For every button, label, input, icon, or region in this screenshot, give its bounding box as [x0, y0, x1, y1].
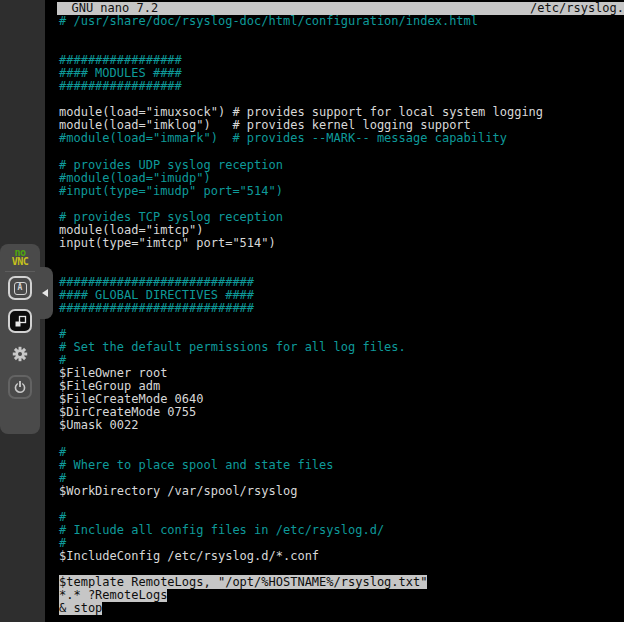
terminal-line: $IncludeConfig /etc/rsyslog.d/*.conf	[57, 550, 624, 563]
nano-titlebar: GNU nano 7.2 /etc/rsyslog.	[57, 2, 624, 15]
keyboard-a-icon: A	[14, 282, 27, 295]
control-bar-handle[interactable]	[37, 267, 53, 319]
nano-version-label: GNU nano 7.2	[57, 2, 158, 15]
gear-icon	[12, 346, 28, 362]
terminal-line: # Include all config files in /etc/rsysl…	[57, 524, 624, 537]
terminal-line: #module(load="immark") # provides --MARK…	[57, 132, 624, 145]
terminal-line	[57, 433, 624, 446]
terminal-line	[57, 498, 624, 511]
collapse-left-icon	[42, 289, 48, 297]
terminal-line: # Set the default permissions for all lo…	[57, 341, 624, 354]
extra-keys-button[interactable]: A	[8, 276, 32, 300]
terminal-line	[57, 250, 624, 263]
terminal-line: $WorkDirectory /var/spool/rsyslog	[57, 485, 624, 498]
terminal-line	[57, 315, 624, 328]
power-icon	[13, 380, 27, 394]
terminal-body[interactable]: # /usr/share/doc/rsyslog-doc/html/config…	[57, 15, 624, 622]
terminal-line: # /usr/share/doc/rsyslog-doc/html/config…	[57, 15, 624, 28]
terminal-line: #input(type="imudp" port="514")	[57, 185, 624, 198]
terminal-line: $Umask 0022	[57, 419, 624, 432]
novnc-logo: no VNC	[12, 249, 29, 266]
terminal-line: input(type="imtcp" port="514")	[57, 237, 624, 250]
terminal-line: *.* ?RemoteLogs	[57, 589, 624, 602]
terminal-line	[57, 28, 624, 41]
fullscreen-icon	[14, 315, 27, 328]
fullscreen-button[interactable]	[8, 309, 32, 333]
terminal-line: $DirCreateMode 0755	[57, 406, 624, 419]
novnc-logo-bottom: VNC	[12, 258, 29, 267]
terminal-line: #################	[57, 80, 624, 93]
terminal-line: & stop	[57, 602, 624, 615]
settings-button[interactable]	[8, 342, 32, 366]
terminal-line: # Where to place spool and state files	[57, 459, 624, 472]
vnc-desktop: GNU nano 7.2 /etc/rsyslog. # /usr/share/…	[0, 0, 624, 622]
terminal-window[interactable]: GNU nano 7.2 /etc/rsyslog. # /usr/share/…	[45, 0, 624, 622]
terminal-line: ###########################	[57, 302, 624, 315]
sidebar-divider	[5, 271, 35, 272]
novnc-control-bar: no VNC A	[0, 244, 40, 434]
nano-filename-label: /etc/rsyslog.	[530, 2, 624, 15]
disconnect-button[interactable]	[8, 375, 32, 399]
